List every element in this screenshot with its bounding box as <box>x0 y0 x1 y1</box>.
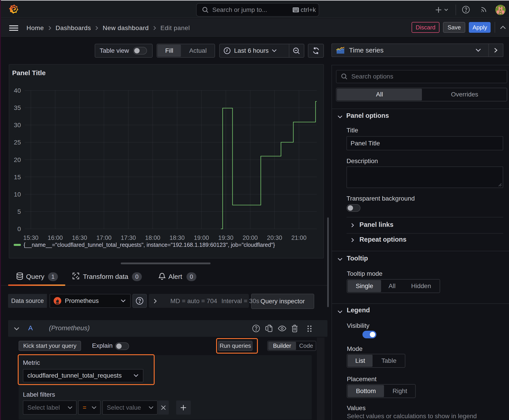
svg-text:40: 40 <box>14 87 21 94</box>
svg-text:20: 20 <box>14 156 21 163</box>
svg-text:5: 5 <box>17 208 21 215</box>
svg-text:25: 25 <box>14 139 21 146</box>
svg-text:17:00: 17:00 <box>96 234 112 241</box>
svg-text:18:00: 18:00 <box>145 234 160 241</box>
svg-text:19:00: 19:00 <box>194 234 209 241</box>
svg-text:17:30: 17:30 <box>121 234 136 241</box>
svg-text:10: 10 <box>14 191 21 198</box>
svg-text:19:30: 19:30 <box>218 234 233 241</box>
svg-text:30: 30 <box>14 122 21 128</box>
svg-text:15: 15 <box>14 174 21 181</box>
svg-text:16:00: 16:00 <box>48 234 63 241</box>
svg-text:21:00: 21:00 <box>291 234 307 241</box>
svg-text:15:30: 15:30 <box>23 234 38 241</box>
svg-text:20:00: 20:00 <box>243 234 258 241</box>
svg-text:20:30: 20:30 <box>267 234 282 241</box>
svg-text:18:30: 18:30 <box>169 234 185 241</box>
svg-text:0: 0 <box>17 225 21 232</box>
svg-text:16:30: 16:30 <box>72 234 87 241</box>
svg-text:35: 35 <box>14 104 21 111</box>
